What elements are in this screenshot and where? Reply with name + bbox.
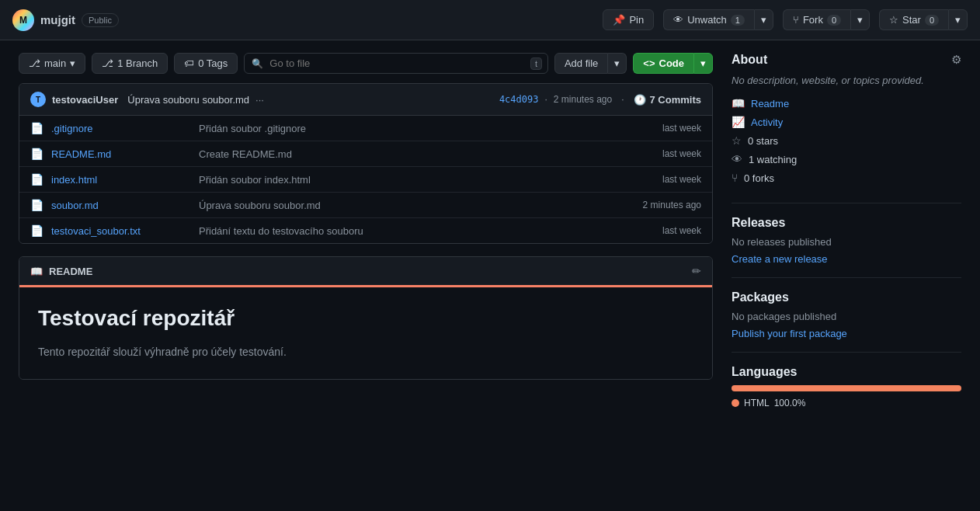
pin-icon: 📌 <box>613 14 625 26</box>
file-row: 📄 index.html Přidán soubor index.html la… <box>19 167 712 193</box>
toolbar: ⎇ main ▾ ⎇ 1 Branch 🏷 0 Tags 🔍 t Add fil <box>19 53 713 74</box>
star-icon: ☆ <box>889 14 898 26</box>
about-stars-item[interactable]: ☆ 0 stars <box>732 131 961 150</box>
file-search-box: 🔍 t <box>244 53 548 74</box>
file-name[interactable]: .gitignore <box>51 123 191 134</box>
fork-button[interactable]: ⑂ Fork 0 <box>783 9 850 30</box>
commit-message: Úprava souboru soubor.md <box>127 94 249 106</box>
readme-box: 📖 README ✏ Testovací repozitář Tento rep… <box>19 256 713 380</box>
language-item-html: HTML 100.0% <box>732 398 961 408</box>
add-file-dropdown-button[interactable]: ▾ <box>608 53 627 74</box>
search-icon: 🔍 <box>252 58 263 69</box>
app-name: mujgit <box>40 13 75 26</box>
visibility-badge: Public <box>82 13 119 27</box>
file-row: 📄 README.md Create README.md last week <box>19 141 712 167</box>
code-button[interactable]: <> Code <box>633 53 693 74</box>
commit-hash[interactable]: 4c4d093 <box>499 94 539 105</box>
branch-selector[interactable]: ⎇ main ▾ <box>19 53 85 74</box>
no-releases-text: No releases published <box>732 236 961 248</box>
unwatch-dropdown-button[interactable]: ▾ <box>754 9 773 30</box>
packages-title: Packages <box>732 290 961 304</box>
about-activity-item[interactable]: 📈 Activity <box>732 113 961 131</box>
about-title: About <box>732 53 767 67</box>
commit-time-sep: · <box>621 94 624 105</box>
star-dropdown-button[interactable]: ▾ <box>948 9 968 30</box>
branches-link[interactable]: ⎇ 1 Branch <box>92 53 168 74</box>
book-icon: 📖 <box>30 266 43 277</box>
file-commit-msg: Přidán soubor .gitignore <box>199 123 608 134</box>
readme-content: Testovací repozitář Tento repozitář slou… <box>19 287 712 379</box>
about-forks-item[interactable]: ⑂ 0 forks <box>732 169 961 187</box>
file-icon: 📄 <box>30 224 43 237</box>
unwatch-button[interactable]: 👁 Unwatch 1 <box>663 9 754 30</box>
readme-header: 📖 README ✏ <box>19 257 712 287</box>
star-group: ☆ Star 0 ▾ <box>879 9 968 30</box>
file-name[interactable]: README.md <box>51 148 191 160</box>
language-bar <box>732 385 961 391</box>
file-name[interactable]: soubor.md <box>51 200 191 211</box>
pin-button[interactable]: 📌 Pin <box>603 9 654 30</box>
history-icon: 🕐 <box>634 94 646 106</box>
file-commit-msg: Úprava souboru soubor.md <box>199 200 608 211</box>
file-icon: 📄 <box>30 122 43 134</box>
chevron-down-icon: ▾ <box>70 57 75 69</box>
tags-link[interactable]: 🏷 0 Tags <box>174 53 238 74</box>
file-time: last week <box>616 225 701 236</box>
code-group: <> Code ▾ <box>633 53 713 74</box>
tag-icon: 🏷 <box>184 57 194 69</box>
search-input[interactable] <box>244 53 548 74</box>
file-commit-msg: Přidán soubor index.html <box>199 174 608 186</box>
file-icon: 📄 <box>30 199 43 211</box>
file-row: 📄 soubor.md Úprava souboru soubor.md 2 m… <box>19 193 712 218</box>
commit-time: · <box>544 94 547 105</box>
about-readme-label: Readme <box>751 98 789 110</box>
settings-icon[interactable]: ⚙ <box>951 53 961 67</box>
file-name[interactable]: testovaci_soubor.txt <box>51 225 191 237</box>
languages-section: Languages HTML 100.0% <box>732 365 961 408</box>
search-shortcut: t <box>530 57 542 70</box>
branch-count-icon: ⎇ <box>102 57 113 69</box>
about-stars-label: 0 stars <box>748 135 778 147</box>
star-button[interactable]: ☆ Star 0 <box>879 9 948 30</box>
file-table: T testovaciUser Úprava souboru soubor.md… <box>19 83 713 244</box>
about-activity-label: Activity <box>751 116 783 128</box>
about-readme-item[interactable]: 📖 Readme <box>732 94 961 113</box>
code-dropdown-button[interactable]: ▾ <box>693 53 713 74</box>
code-icon: <> <box>643 57 655 69</box>
star-icon: ☆ <box>732 134 742 147</box>
fork-dropdown-button[interactable]: ▾ <box>850 9 870 30</box>
logo-area: M mujgit Public <box>12 9 119 31</box>
file-name[interactable]: index.html <box>51 174 191 186</box>
eye-icon: 👁 <box>673 14 683 26</box>
file-time: last week <box>616 123 701 134</box>
readme-body: Tento repozitář slouží výhradně pro účel… <box>38 343 693 360</box>
html-lang-dot <box>732 399 739 407</box>
commit-user[interactable]: testovaciUser <box>52 94 118 106</box>
languages-title: Languages <box>732 365 961 379</box>
logo-icon: M <box>12 9 34 31</box>
top-nav: M mujgit Public 📌 Pin 👁 Unwatch 1 ▾ ⑂ Fo… <box>0 0 980 40</box>
file-icon: 📄 <box>30 173 43 186</box>
about-watching-label: 1 watching <box>749 154 797 165</box>
book-icon: 📖 <box>732 97 745 110</box>
about-watching-item[interactable]: 👁 1 watching <box>732 150 961 169</box>
fork-icon: ⑂ <box>732 172 738 184</box>
commits-link[interactable]: 🕐 7 Commits <box>634 94 701 106</box>
publish-package-link[interactable]: Publish your first package <box>732 328 847 339</box>
readme-header-title: 📖 README <box>30 266 92 277</box>
divider-releases <box>732 203 961 203</box>
file-time: last week <box>616 174 701 185</box>
readme-edit-button[interactable]: ✏ <box>692 265 701 277</box>
eye-icon: 👁 <box>732 153 742 165</box>
add-file-group: Add file ▾ <box>554 53 627 74</box>
file-row: 📄 .gitignore Přidán soubor .gitignore la… <box>19 116 712 141</box>
divider-packages <box>732 277 961 278</box>
commit-ellipsis: ··· <box>255 94 264 106</box>
right-panel: About ⚙ No description, website, or topi… <box>732 53 961 408</box>
about-section: About ⚙ No description, website, or topi… <box>732 53 961 187</box>
about-description: No description, website, or topics provi… <box>732 75 961 86</box>
add-file-button[interactable]: Add file <box>554 53 608 74</box>
packages-section: Packages No packages published Publish y… <box>732 290 961 339</box>
create-release-link[interactable]: Create a new release <box>732 253 828 265</box>
no-packages-text: No packages published <box>732 311 961 322</box>
